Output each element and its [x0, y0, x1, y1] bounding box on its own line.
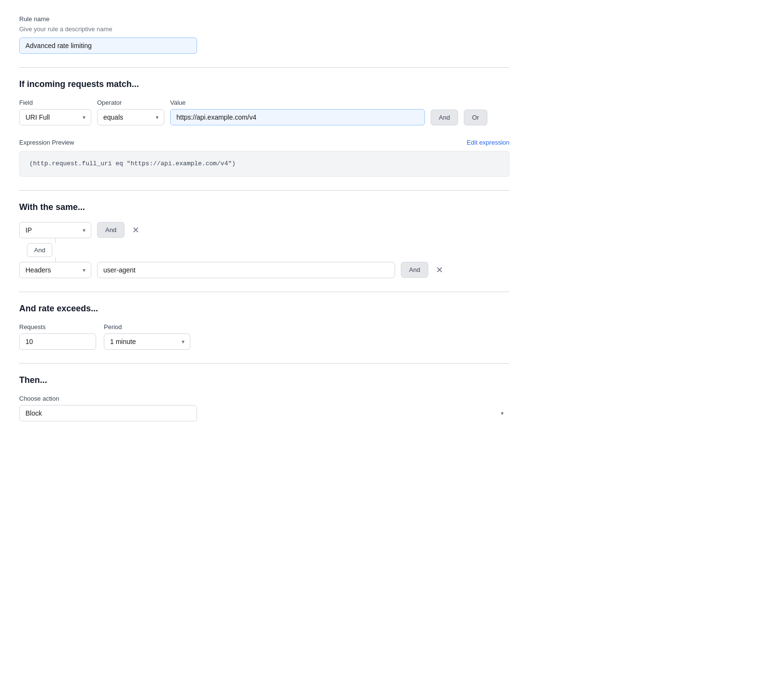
action-group: Choose action Block Allow Log Challenge …: [19, 395, 509, 421]
rule-name-label: Rule name: [19, 15, 509, 23]
section-divider-4: [19, 363, 509, 364]
value-input[interactable]: [170, 109, 425, 125]
operator-select[interactable]: equals contains starts with ends with ma…: [97, 109, 164, 125]
action-select-wrapper: Block Allow Log Challenge JS Challenge ▼: [19, 405, 509, 421]
characteristic-select-wrapper-2: Headers IP ASN Country Cookie ▼: [19, 262, 91, 278]
rule-name-hint: Give your rule a descriptive name: [19, 25, 509, 33]
field-select-wrapper: URI Full URI Path IP Headers Method ▼: [19, 109, 91, 125]
characteristic-and-button-2[interactable]: And: [401, 262, 428, 278]
if-match-heading: If incoming requests match...: [19, 79, 509, 89]
operator-group: Operator equals contains starts with end…: [97, 99, 164, 125]
characteristic-row-1: IP Headers ASN Country Cookie ▼ And ✕: [19, 222, 509, 238]
headers-value-input[interactable]: [97, 262, 395, 278]
requests-input[interactable]: [19, 333, 96, 350]
then-heading: Then...: [19, 375, 509, 385]
or-button[interactable]: Or: [464, 110, 487, 125]
with-same-heading: With the same...: [19, 202, 509, 212]
characteristic-remove-button-1[interactable]: ✕: [130, 224, 141, 236]
rate-exceeds-heading: And rate exceeds...: [19, 304, 509, 314]
requests-group: Requests: [19, 323, 96, 350]
field-group: Field URI Full URI Path IP Headers Metho…: [19, 99, 91, 125]
then-section: Then... Choose action Block Allow Log Ch…: [19, 375, 509, 421]
action-label: Choose action: [19, 395, 509, 402]
field-select[interactable]: URI Full URI Path IP Headers Method: [19, 109, 91, 125]
if-match-section: If incoming requests match... Field URI …: [19, 79, 509, 125]
characteristic-select-2[interactable]: Headers IP ASN Country Cookie: [19, 262, 91, 278]
period-label: Period: [104, 323, 190, 331]
characteristic-select-1[interactable]: IP Headers ASN Country Cookie: [19, 222, 91, 238]
expression-code-box: (http.request.full_uri eq "https://api.e…: [19, 151, 509, 177]
expression-preview-section: Expression Preview Edit expression (http…: [19, 139, 509, 177]
requests-period-row: Requests Period 1 minute 10 seconds 1 ho…: [19, 323, 509, 350]
rate-exceeds-section: And rate exceeds... Requests Period 1 mi…: [19, 304, 509, 350]
operator-select-wrapper: equals contains starts with ends with ma…: [97, 109, 164, 125]
field-col-label: Field: [19, 99, 91, 106]
period-select-wrapper: 1 minute 10 seconds 1 hour 24 hours ▼: [104, 333, 190, 350]
action-select[interactable]: Block Allow Log Challenge JS Challenge: [19, 405, 197, 421]
connector-line: [55, 238, 56, 243]
operator-col-label: Operator: [97, 99, 164, 106]
value-group: Value: [170, 99, 425, 125]
rule-name-input[interactable]: [19, 37, 197, 54]
section-divider-3: [19, 292, 509, 292]
with-same-section: With the same... IP Headers ASN Country …: [19, 202, 509, 278]
section-divider-2: [19, 190, 509, 191]
expression-preview-label: Expression Preview: [19, 139, 74, 146]
expression-code: (http.request.full_uri eq "https://api.e…: [29, 160, 236, 167]
action-select-arrow-icon: ▼: [500, 410, 505, 416]
expression-header: Expression Preview Edit expression: [19, 139, 509, 146]
rule-name-section: Rule name Give your rule a descriptive n…: [19, 15, 509, 54]
vertical-connector: And: [19, 238, 509, 262]
connector-line-2: [55, 257, 56, 262]
section-divider: [19, 67, 509, 68]
period-group: Period 1 minute 10 seconds 1 hour 24 hou…: [104, 323, 190, 350]
period-select[interactable]: 1 minute 10 seconds 1 hour 24 hours: [104, 333, 190, 350]
characteristic-row-2: Headers IP ASN Country Cookie ▼ And ✕: [19, 262, 509, 278]
characteristic-remove-button-2[interactable]: ✕: [434, 264, 445, 276]
edit-expression-link[interactable]: Edit expression: [467, 139, 509, 146]
condition-row: Field URI Full URI Path IP Headers Metho…: [19, 99, 509, 125]
connector-and-button[interactable]: And: [27, 243, 52, 257]
characteristic-and-button-1[interactable]: And: [97, 222, 124, 238]
requests-label: Requests: [19, 323, 96, 331]
value-col-label: Value: [170, 99, 425, 106]
and-button[interactable]: And: [431, 110, 458, 125]
characteristic-select-wrapper-1: IP Headers ASN Country Cookie ▼: [19, 222, 91, 238]
